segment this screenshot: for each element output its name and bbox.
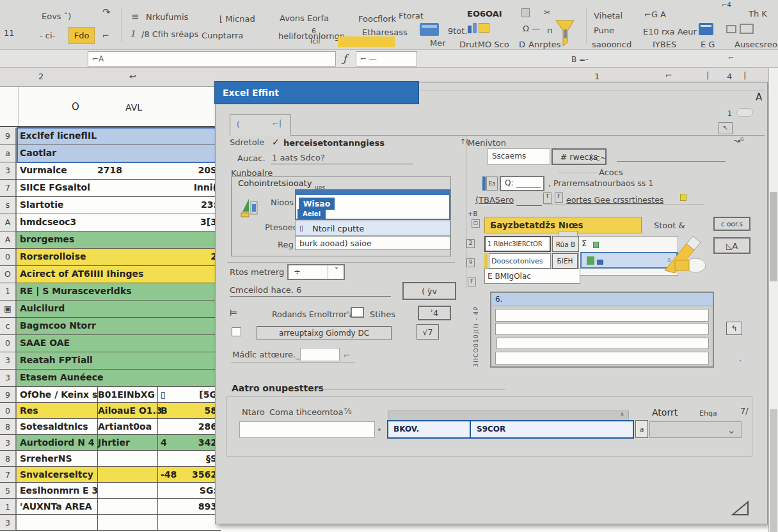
- cell[interactable]: ▯[5G: [157, 387, 221, 402]
- shape-icon[interactable]: [521, 8, 530, 17]
- bleh-button[interactable]: БІЕН: [552, 253, 578, 269]
- chart-icon[interactable]: [468, 26, 472, 33]
- cell-bkov[interactable]: BKOV.: [393, 425, 419, 434]
- row-number[interactable]: 3: [0, 162, 17, 179]
- cell[interactable]: [157, 370, 221, 386]
- row-number[interactable]: 9: [0, 387, 17, 402]
- menu-ga[interactable]: ⌐G A: [644, 10, 666, 19]
- scrollbar-thumb[interactable]: [770, 192, 777, 281]
- cell[interactable]: [97, 231, 157, 248]
- v7-button[interactable]: √7: [417, 324, 439, 340]
- tbasero-link[interactable]: (TBASero: [475, 195, 514, 205]
- check-icon[interactable]: ✓: [272, 137, 280, 147]
- row-number[interactable]: 1: [0, 499, 17, 514]
- sheet-row[interactable]: 5Eeslhonmrn E 3SG:: [0, 483, 221, 499]
- cell[interactable]: Aulcilurd: [17, 301, 97, 317]
- row-number[interactable]: A: [0, 214, 17, 231]
- cell[interactable]: [97, 352, 157, 369]
- undo-icon[interactable]: ↷: [102, 6, 111, 18]
- cell[interactable]: 23:: [157, 197, 221, 214]
- c-link[interactable]: (-c~: [589, 153, 607, 162]
- listbox-row[interactable]: [495, 309, 709, 322]
- cell[interactable]: 2718: [97, 162, 157, 179]
- e-icon[interactable]: Ea: [482, 175, 498, 192]
- listbox[interactable]: 6.: [490, 292, 714, 368]
- cell[interactable]: Slartotie: [17, 197, 97, 214]
- row-number[interactable]: 0: [0, 335, 17, 352]
- col-header-arrow[interactable]: ↩: [129, 72, 136, 81]
- cell[interactable]: SrreherNS: [17, 451, 97, 466]
- menu-drutmo[interactable]: DrutMO Sco: [459, 40, 509, 49]
- up-box-button[interactable]: ↖: [718, 122, 733, 134]
- cell[interactable]: 20S: [157, 162, 221, 179]
- formula-input[interactable]: ⌐ —: [356, 51, 417, 66]
- resize-handle[interactable]: [730, 499, 750, 517]
- row-number[interactable]: 3: [0, 435, 17, 450]
- cell[interactable]: 286: [157, 419, 221, 434]
- sheet-row[interactable]: ▣Aulcilurd: [0, 301, 221, 318]
- fdo-button[interactable]: Fdo: [68, 27, 95, 44]
- madic-field[interactable]: [300, 348, 340, 361]
- highlight-color-swatch[interactable]: [338, 36, 395, 47]
- cell[interactable]: [97, 483, 157, 498]
- menu-e10[interactable]: E10 rxa Aeur: [643, 27, 697, 36]
- menu-ftorat[interactable]: Ftorat: [399, 11, 424, 20]
- menu-eovs[interactable]: Eovs ˆ): [42, 12, 71, 21]
- sheet-row[interactable]: 3Reatah FPTiall: [0, 352, 221, 370]
- menu-thk[interactable]: Th K: [749, 9, 767, 19]
- row-number[interactable]: 1: [0, 283, 17, 300]
- list-item-3[interactable]: E BMIgOlac: [484, 269, 580, 284]
- cell[interactable]: [97, 301, 157, 317]
- cell[interactable]: Etasem Aunéece: [17, 370, 97, 386]
- row-number[interactable]: 3: [0, 515, 17, 530]
- row-number[interactable]: 9: [0, 128, 17, 145]
- menu-vihetal[interactable]: Vihetal: [594, 11, 623, 20]
- scissors-icon[interactable]: ✂: [544, 8, 551, 17]
- undo-corner-button[interactable]: ↰: [726, 322, 742, 335]
- sheet-row[interactable]: aCaotlar: [0, 145, 221, 162]
- dropdown-item-1[interactable]: ▯ Ntoril cputte: [295, 221, 450, 236]
- cell[interactable]: [97, 515, 157, 530]
- menu-foocflork[interactable]: Foocflork: [358, 14, 396, 24]
- dialog-tab[interactable]: ( ⌐|: [230, 114, 291, 136]
- sheet-row[interactable]: 0Rorserolloise2: [0, 249, 221, 266]
- row-number[interactable]: a: [0, 145, 17, 162]
- cell[interactable]: RE | S Murasceverldks: [17, 283, 97, 300]
- cell[interactable]: [97, 370, 157, 386]
- cell[interactable]: Aurtodiord N 4: [17, 435, 97, 450]
- row-number[interactable]: 3: [0, 370, 17, 386]
- combo-small-chip[interactable]: Aeiel: [298, 209, 326, 219]
- sscaems-input[interactable]: Sscaems: [488, 148, 550, 165]
- cell[interactable]: 893: [157, 499, 221, 514]
- sheet-row[interactable]: 3Etasem Aunéece: [0, 370, 221, 387]
- menu-eg[interactable]: E G: [701, 40, 715, 49]
- menu-iybes[interactable]: IYBES: [653, 40, 676, 49]
- pen-icon[interactable]: ⌐: [102, 31, 109, 40]
- cell[interactable]: Inni(: [157, 180, 221, 196]
- listbox-header[interactable]: 6.: [491, 293, 713, 306]
- sheet-row[interactable]: 8SrreherNS§S: [0, 451, 221, 467]
- row-number[interactable]: c: [0, 318, 17, 334]
- listbox-row[interactable]: [495, 323, 709, 335]
- cell[interactable]: [97, 214, 157, 231]
- cell[interactable]: [97, 180, 157, 196]
- menu-cfih[interactable]: /8 Cfih sréaps: [141, 29, 198, 39]
- menu-saoooncd[interactable]: saoooncd: [592, 40, 631, 49]
- cell[interactable]: [157, 318, 221, 334]
- cell[interactable]: brorgemes: [17, 231, 97, 248]
- menu-etharesass[interactable]: Etharesass: [362, 27, 408, 37]
- cell[interactable]: [97, 335, 157, 352]
- listbox-row[interactable]: [496, 338, 709, 349]
- spinner-arrow-icon[interactable]: ˅: [335, 267, 338, 276]
- row-number[interactable]: 8: [0, 419, 17, 434]
- menu-eo6oai[interactable]: EO6OAI: [467, 9, 502, 19]
- menu-icon[interactable]: ≡: [131, 11, 139, 22]
- row-number[interactable]: O: [0, 266, 17, 283]
- four-button[interactable]: ʾ4: [418, 306, 451, 320]
- cell[interactable]: Artiant0oa: [97, 419, 157, 434]
- cell[interactable]: AiloauE O1.3: [97, 403, 157, 418]
- sheet-row[interactable]: 0SAAE OAE: [0, 335, 221, 352]
- cell[interactable]: Eeslhonmrn E 3: [17, 483, 97, 498]
- menu-avons[interactable]: Avons Eorfa: [280, 13, 329, 23]
- cell[interactable]: [97, 128, 157, 145]
